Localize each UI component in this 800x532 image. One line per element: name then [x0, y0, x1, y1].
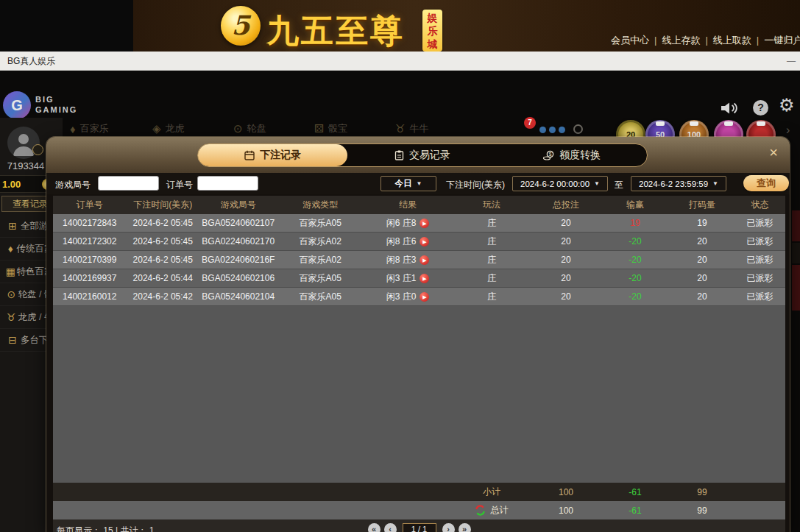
- dragon-tiger-bull-icon: ♉: [4, 311, 18, 323]
- bull-icon: ♉: [395, 122, 405, 135]
- speaker-icon[interactable]: [720, 99, 739, 117]
- table-row: 140021703992024-6-2 05:45BGA0224060216F百…: [53, 251, 785, 269]
- brand-title: 九五至尊: [266, 10, 405, 53]
- bet-records-modal: 下注记录 交易记录 $: [46, 137, 790, 532]
- notification-dot: [559, 127, 565, 133]
- replay-button[interactable]: ▶: [420, 219, 429, 228]
- screen: 5 九五至尊 娱乐城 会员中心|线上存款|线上取款|一键归户 BG真人娱乐 — …: [0, 0, 800, 532]
- prev-page-button[interactable]: ‹: [384, 523, 397, 532]
- refresh-exchange-icon[interactable]: [475, 505, 486, 516]
- chevron-down-icon: ▼: [712, 180, 718, 187]
- to-label: 至: [615, 179, 623, 191]
- svg-text:$: $: [549, 152, 552, 157]
- multi-table-icon: ⊟: [4, 334, 21, 346]
- modal-header: 下注记录 交易记录 $: [46, 137, 790, 173]
- table-empty-area: [53, 306, 785, 483]
- order-no-label: 订单号: [166, 179, 193, 191]
- special-baccarat-icon: ▦: [4, 266, 17, 277]
- total-row: 总计 100 -61 99: [53, 501, 785, 519]
- bet-time-label: 下注时间(美东): [446, 179, 505, 191]
- filter-bar: 游戏局号 订单号 今日▼ 下注时间(美东) 2024-6-2 00:00:00▼…: [46, 173, 790, 194]
- link-separator: |: [757, 35, 759, 46]
- pagination: « ‹ 1 / 1 › »: [368, 523, 471, 532]
- big-gaming-logo-icon: G: [3, 91, 31, 119]
- header-left-panel: [0, 0, 133, 52]
- classic-baccarat-icon: ♦: [4, 243, 17, 255]
- notification-badge: 7: [524, 117, 536, 129]
- replay-button[interactable]: ▶: [420, 255, 429, 265]
- link-separator: |: [705, 35, 707, 46]
- all-games-icon: ⊞: [4, 220, 21, 232]
- notification-ring-icon: [573, 124, 583, 134]
- modal-tabs: 下注记录 交易记录 $: [197, 143, 648, 167]
- balance-value: 1.00: [2, 179, 21, 190]
- help-icon[interactable]: ?: [753, 100, 768, 116]
- table-row: 140021600122024-6-2 05:42BGA05240602104百…: [53, 288, 785, 306]
- brand-coin-icon: 5: [221, 6, 261, 46]
- table-row: 140021723022024-6-2 05:45BGA02240602170百…: [53, 233, 785, 251]
- game-title: BG真人娱乐: [7, 52, 55, 71]
- chevron-down-icon: ▼: [417, 180, 422, 187]
- nav-baccarat[interactable]: ♦百家乐: [70, 121, 109, 137]
- nav-bull[interactable]: ♉牛牛: [395, 121, 428, 137]
- replay-button[interactable]: ▶: [420, 292, 429, 302]
- nav-roulette[interactable]: ⊙轮盘: [233, 121, 266, 137]
- total-label: 总计: [490, 504, 508, 517]
- background-fragment: [792, 210, 800, 241]
- background-fragment: [792, 243, 800, 263]
- background-fragment: [792, 265, 800, 311]
- first-page-button[interactable]: «: [368, 523, 380, 532]
- calendar-icon: [244, 150, 255, 160]
- last-page-button[interactable]: »: [459, 523, 471, 532]
- datetime-from-select[interactable]: 2024-6-2 00:00:00▼: [512, 176, 608, 191]
- subtotal-row: 小计 100 -61 99: [53, 483, 785, 501]
- link-member-center[interactable]: 会员中心: [611, 35, 649, 46]
- coins-transfer-icon: $: [543, 150, 554, 160]
- page-indicator: 1 / 1: [403, 523, 436, 532]
- chevron-down-icon: ▼: [594, 180, 600, 187]
- nav-sicbo[interactable]: ⚄骰宝: [314, 121, 347, 137]
- replay-button[interactable]: ▶: [420, 237, 429, 247]
- tab-bet-records[interactable]: 下注记录: [198, 144, 347, 166]
- site-header: 5 九五至尊 娱乐城 会员中心|线上存款|线上取款|一键归户: [0, 0, 800, 52]
- game-titlebar: BG真人娱乐 —: [0, 52, 800, 71]
- clipboard-icon: [394, 150, 404, 160]
- table-header-row: 订单号下注时间(美东)游戏局号游戏类型结果玩法总投注输赢打码量状态: [53, 196, 785, 214]
- link-one-key-transfer[interactable]: 一键归户: [764, 35, 800, 46]
- link-separator: |: [654, 35, 656, 46]
- table-footer: 每页显示： 15 | 共计： 1 « ‹ 1 / 1 › »: [53, 519, 785, 532]
- game-round-label: 游戏局号: [55, 179, 91, 191]
- notification-dot: [549, 127, 556, 133]
- game-round-input[interactable]: [98, 176, 159, 191]
- date-range-select[interactable]: 今日▼: [380, 176, 436, 191]
- minimize-icon[interactable]: —: [787, 52, 796, 71]
- chips-scroll-arrow-icon[interactable]: ›: [786, 124, 790, 137]
- order-no-input[interactable]: [197, 176, 258, 191]
- nav-dragon-tiger[interactable]: ◈龙虎: [152, 121, 185, 137]
- records-table: 订单号下注时间(美东)游戏局号游戏类型结果玩法总投注输赢打码量状态 140021…: [53, 196, 785, 532]
- avatar-badge: [32, 144, 43, 155]
- page-summary: 每页显示： 15 | 共计： 1: [57, 525, 154, 532]
- user-id: 7193344: [0, 160, 52, 171]
- roulette-sicbo-icon: ⊙: [4, 288, 18, 300]
- big-gaming-logo-text: BIG GAMING: [35, 95, 77, 116]
- baccarat-icon: ♦: [70, 123, 76, 135]
- settings-gear-icon[interactable]: ⚙: [779, 95, 795, 116]
- table-row: 140021728432024-6-2 05:45BGA05240602107百…: [53, 214, 785, 233]
- table-row: 140021699372024-6-2 05:44BGA05240602106百…: [53, 269, 785, 288]
- search-button[interactable]: 查询: [743, 175, 789, 191]
- header-links: 会员中心|线上存款|线上取款|一键归户: [611, 34, 800, 49]
- brand-badge: 娱乐城: [422, 10, 442, 52]
- datetime-to-select[interactable]: 2024-6-2 23:59:59▼: [631, 176, 726, 191]
- tab-transaction-records[interactable]: 交易记录: [347, 144, 497, 166]
- next-page-button[interactable]: ›: [442, 523, 455, 532]
- link-withdraw[interactable]: 线上取款: [713, 35, 751, 46]
- notification-dot: [539, 127, 546, 133]
- close-icon[interactable]: ×: [769, 145, 778, 160]
- tab-credit-transfer[interactable]: $ 额度转换: [498, 144, 647, 166]
- dragon-tiger-icon: ◈: [152, 122, 161, 135]
- roulette-icon: ⊙: [233, 122, 243, 135]
- subtotal-label: 小计: [452, 486, 531, 498]
- link-deposit[interactable]: 线上存款: [662, 35, 700, 46]
- replay-button[interactable]: ▶: [420, 274, 429, 283]
